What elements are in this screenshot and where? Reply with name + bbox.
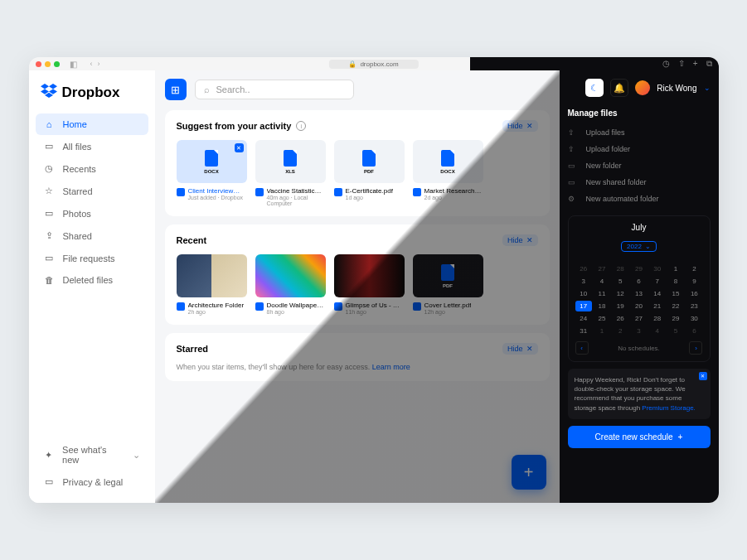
manage-item-upload-files[interactable]: ⇪Upload files (568, 124, 711, 141)
info-icon[interactable]: i (296, 121, 306, 131)
calendar-prev[interactable]: ‹ (575, 341, 589, 355)
calendar-day[interactable]: 26 (575, 263, 592, 274)
nav-label: Deleted files (63, 275, 114, 285)
manage-item-upload-folder[interactable]: ⇪Upload folder (568, 141, 711, 157)
calendar-day[interactable]: 5 (667, 326, 684, 336)
calendar-day[interactable]: 1 (667, 263, 684, 274)
share-icon[interactable]: ⇧ (678, 59, 685, 69)
avatar[interactable] (635, 80, 650, 95)
calendar-day[interactable]: 12 (612, 288, 628, 299)
copy-icon[interactable]: ⧉ (706, 59, 712, 69)
calendar-day[interactable]: 29 (630, 263, 647, 274)
calendar-day[interactable]: 30 (649, 263, 666, 274)
sidebar-item-see-what's-new[interactable]: ✦See what's new⌄ (36, 439, 148, 471)
calendar-day[interactable]: 16 (686, 288, 702, 299)
calendar-day[interactable]: 28 (649, 313, 666, 324)
file-card[interactable]: Architecture Folder2h ago (177, 254, 247, 315)
calendar-day[interactable]: 4 (649, 326, 666, 336)
close-icon[interactable]: ✕ (699, 372, 707, 380)
close-icon[interactable]: ✕ (235, 143, 244, 152)
calendar-day[interactable]: 9 (686, 276, 702, 287)
close-icon: ✕ (526, 236, 533, 244)
calendar-day[interactable]: 4 (594, 276, 610, 287)
calendar-next[interactable]: › (689, 341, 702, 355)
hide-button[interactable]: Hide✕ (502, 120, 538, 132)
close-icon: ✕ (526, 345, 533, 353)
calendar-day[interactable]: 31 (575, 326, 592, 336)
sidebar-item-all-files[interactable]: ▭All files (36, 135, 148, 157)
file-card[interactable]: ✕DOCXClient Interview…Just added · Dropb… (177, 140, 247, 206)
hide-button[interactable]: Hide✕ (502, 343, 538, 355)
calendar-day[interactable]: 5 (612, 276, 628, 287)
calendar-day[interactable]: 2 (612, 326, 628, 336)
forward-button[interactable]: › (98, 60, 100, 68)
sidebar-item-shared[interactable]: ⇪Shared (36, 224, 148, 247)
calendar-day[interactable]: 22 (667, 301, 684, 311)
action-icon: ⇪ (568, 145, 578, 153)
manage-item-new-folder[interactable]: ▭New folder (568, 157, 711, 174)
sidebar-item-deleted-files[interactable]: 🗑Deleted files (36, 269, 148, 291)
notifications-button[interactable]: 🔔 (610, 79, 628, 97)
no-schedule-text: No schedules. (618, 345, 660, 352)
calendar-day[interactable]: 14 (649, 288, 666, 299)
plus-icon[interactable]: + (693, 59, 698, 69)
add-fab[interactable]: + (512, 455, 546, 490)
clock-icon[interactable]: ◷ (662, 59, 670, 69)
file-card[interactable]: Doodle Wallpaper.png8h ago (255, 254, 326, 315)
calendar-day[interactable]: 18 (594, 301, 610, 311)
file-card[interactable]: XLSVaccine Statistics.xls40m ago · Local… (255, 140, 326, 206)
calendar-day[interactable]: 2 (686, 263, 702, 274)
calendar-day[interactable]: 3 (630, 326, 647, 336)
calendar-day[interactable]: 1 (594, 326, 610, 336)
back-button[interactable]: ‹ (90, 60, 93, 68)
file-card[interactable]: PDFCover Letter.pdf12h ago (413, 254, 483, 315)
sidebar-item-file-requests[interactable]: ▭File requests (36, 247, 148, 269)
calendar-day[interactable]: 28 (612, 263, 628, 274)
hide-button[interactable]: Hide✕ (502, 234, 538, 246)
file-card[interactable]: Glimpse of Us - …11h ago (334, 254, 405, 315)
year-selector[interactable]: 2022 ⌄ (621, 241, 657, 252)
url-bar[interactable]: 🔒 dropbox.com (328, 60, 418, 69)
calendar-day[interactable]: 6 (686, 326, 702, 336)
logo[interactable]: Dropbox (36, 80, 148, 113)
calendar-day[interactable]: 8 (667, 276, 684, 287)
calendar-day[interactable]: 17 (575, 301, 592, 311)
window-controls[interactable] (36, 61, 60, 67)
calendar-day[interactable]: 30 (686, 313, 702, 324)
file-card[interactable]: DOCXMarket Research…2d ago (413, 140, 483, 206)
calendar-day[interactable]: 24 (575, 313, 592, 324)
calendar-day[interactable]: 7 (649, 276, 666, 287)
calendar-day[interactable]: 19 (612, 301, 628, 311)
calendar-day[interactable]: 20 (630, 301, 647, 311)
create-schedule-button[interactable]: Create new schedule+ (568, 426, 711, 448)
calendar-day[interactable]: 6 (630, 276, 647, 287)
calendar-day[interactable]: 27 (630, 313, 647, 324)
sidebar-item-home[interactable]: ⌂Home (36, 113, 148, 135)
sidebar-item-privacy-&-legal[interactable]: ▭Privacy & legal (36, 471, 148, 493)
manage-item-new-automated-folder[interactable]: ⚙New automated folder (568, 191, 711, 207)
apps-button[interactable]: ⊞ (165, 79, 187, 100)
file-type-icon (255, 302, 264, 311)
search-input[interactable]: ⌕ Search.. (195, 80, 354, 99)
manage-item-new-shared-folder[interactable]: ▭New shared folder (568, 174, 711, 191)
calendar-day[interactable]: 25 (594, 313, 610, 324)
sidebar-item-starred[interactable]: ☆Starred (36, 180, 148, 202)
file-card[interactable]: PDFE-Certificate.pdf1d ago (334, 140, 405, 206)
calendar-day[interactable]: 15 (667, 288, 684, 299)
sidebar-item-photos[interactable]: ▭Photos (36, 202, 148, 224)
sidebar-item-recents[interactable]: ◷Recents (36, 157, 148, 180)
calendar-day[interactable]: 26 (612, 313, 628, 324)
learn-more-link[interactable]: Learn more (372, 363, 410, 371)
chevron-down-icon[interactable]: ⌄ (704, 84, 711, 92)
calendar-day[interactable]: 3 (575, 276, 592, 287)
sidebar-toggle-icon[interactable]: ◧ (70, 60, 77, 69)
calendar-day[interactable]: 10 (575, 288, 592, 299)
calendar-day[interactable]: 21 (649, 301, 666, 311)
calendar-day[interactable]: 11 (594, 288, 610, 299)
calendar-day[interactable]: 23 (686, 301, 702, 311)
premium-storage-link[interactable]: Premium Storage. (642, 404, 695, 412)
theme-toggle[interactable]: ☾ (585, 79, 604, 97)
calendar-day[interactable]: 13 (630, 288, 647, 299)
calendar-day[interactable]: 29 (667, 313, 684, 324)
calendar-day[interactable]: 27 (594, 263, 610, 274)
